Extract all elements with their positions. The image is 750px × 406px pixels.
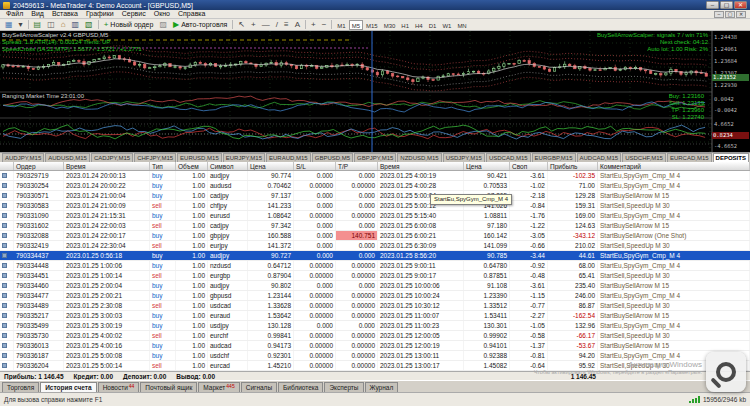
terminal-tab-4[interactable]: Маркет445 bbox=[198, 382, 239, 392]
chart-tab-usdchf-m15[interactable]: USDCHF,M15 bbox=[622, 153, 666, 162]
table-row[interactable]: 7903361872023.01.25 5:00:08buy1.00usdchf… bbox=[0, 351, 750, 361]
cursor-icon[interactable]: ↖ bbox=[235, 19, 248, 30]
column-header-3[interactable]: Тип bbox=[150, 162, 176, 170]
terminal-tab-8[interactable]: Журнал bbox=[365, 382, 399, 392]
table-row[interactable]: 7903344372023.01.25 0:56:18buy1.00audjpy… bbox=[0, 251, 750, 261]
column-header-13[interactable]: Комментарий bbox=[598, 162, 750, 170]
table-row[interactable]: 7903344482023.01.25 1:00:06buy1.00nzdusd… bbox=[0, 261, 750, 271]
close-button[interactable]: ✕ bbox=[734, 1, 747, 9]
table-row[interactable]: 7903305832023.01.24 21:00:09sell1.00chfj… bbox=[0, 201, 750, 211]
zoom-in-icon[interactable]: + bbox=[308, 19, 319, 30]
column-header-7[interactable]: S/L bbox=[294, 162, 336, 170]
autotrade-button[interactable]: ▶Авто-торговля bbox=[170, 19, 230, 30]
table-row[interactable]: 7903324192023.01.24 22:30:04sell1.00eurj… bbox=[0, 241, 750, 251]
minimize-button[interactable]: – bbox=[706, 1, 719, 9]
text-label-icon[interactable]: A bbox=[292, 19, 303, 30]
mdi-minimize-button[interactable]: – bbox=[714, 11, 724, 18]
menu-item-1[interactable]: Вид bbox=[27, 10, 48, 18]
column-header-10[interactable]: Цена bbox=[464, 162, 510, 170]
terminal-tab-7[interactable]: Эксперты bbox=[324, 382, 363, 392]
timeframe-m5[interactable]: M5 bbox=[349, 20, 363, 30]
metaeditor-icon[interactable]: ▨ bbox=[156, 19, 170, 30]
trendline-icon[interactable]: / bbox=[273, 19, 281, 30]
table-row[interactable]: 7903344602023.01.25 2:00:04buy1.00audjpy… bbox=[0, 281, 750, 291]
chart-tab-eurcad-m15[interactable]: EURCAD,M15 bbox=[667, 153, 712, 162]
table-row[interactable]: 7903357302023.01.25 4:00:02sell1.00eurch… bbox=[0, 331, 750, 341]
navigator-icon[interactable]: ⌂ bbox=[58, 19, 69, 30]
menu-item-3[interactable]: Графики bbox=[82, 10, 118, 18]
timeframe-m15[interactable]: M15 bbox=[363, 20, 381, 30]
chart-tab-euraud-m15[interactable]: EURAUD,M15 bbox=[266, 153, 311, 162]
timeframe-w1[interactable]: W1 bbox=[439, 20, 454, 30]
menu-item-0[interactable]: Файл bbox=[2, 10, 27, 18]
timeframe-mn[interactable]: MN bbox=[454, 20, 469, 30]
menu-item-5[interactable]: Окно bbox=[150, 10, 174, 18]
table-row[interactable]: 7903310902023.01.24 21:15:31buy1.00eurus… bbox=[0, 211, 750, 221]
zoom-overlay-button[interactable] bbox=[706, 352, 746, 392]
crosshair-icon[interactable]: + bbox=[248, 19, 259, 30]
chart-tab-cadjpy-m15[interactable]: CADJPY,M15 bbox=[91, 153, 133, 162]
new-order-button[interactable]: +Новый ордер bbox=[101, 19, 157, 30]
terminal-tab-3[interactable]: Почтовый ящик bbox=[140, 382, 197, 392]
table-row[interactable]: 7903302542023.01.24 20:00:22buy1.00audus… bbox=[0, 181, 750, 191]
table-row[interactable]: 7903344772023.01.25 2:00:21buy1.00gbpusd… bbox=[0, 291, 750, 301]
fibo-icon[interactable]: ≡ bbox=[281, 19, 292, 30]
table-row[interactable]: 7903344512023.01.25 1:00:14sell1.00eurgb… bbox=[0, 271, 750, 281]
chart-tab-gbpusd-m5[interactable]: GBPUSD,M5 bbox=[312, 153, 353, 162]
chart-tab-deposits[interactable]: DEPOSITS bbox=[713, 153, 749, 162]
column-header-8[interactable]: T/P bbox=[336, 162, 378, 170]
column-header-6[interactable]: Цена bbox=[248, 162, 294, 170]
market-watch-icon[interactable]: ▤ bbox=[31, 19, 45, 30]
terminal-icon[interactable]: ▥ bbox=[69, 19, 83, 30]
terminal-tab-2[interactable]: Новости44 bbox=[98, 382, 140, 392]
timeframe-h1[interactable]: H1 bbox=[398, 20, 412, 30]
chart-tab-chfjpy-m15[interactable]: CHFJPY,M15 bbox=[134, 153, 176, 162]
timeframe-d1[interactable]: D1 bbox=[426, 20, 440, 30]
column-header-4[interactable]: Объем bbox=[176, 162, 208, 170]
table-row[interactable]: 7903320882023.01.24 22:00:17buy1.00gbpjp… bbox=[0, 231, 750, 241]
chart-tab-usdjpy-m15[interactable]: USDJPY,M15 bbox=[443, 153, 485, 162]
timeframe-m1[interactable]: M1 bbox=[334, 20, 348, 30]
column-header-9[interactable]: Время bbox=[378, 162, 464, 170]
terminal-tab-1[interactable]: История счета bbox=[40, 382, 96, 392]
chart-tab-usdcad-m15[interactable]: USDCAD,M15 bbox=[486, 153, 531, 162]
timeframe-h4[interactable]: H4 bbox=[412, 20, 426, 30]
column-header-5[interactable]: Символ bbox=[208, 162, 248, 170]
menu-item-6[interactable]: Справка bbox=[174, 10, 209, 18]
terminal-tab-0[interactable]: Торговля bbox=[2, 382, 39, 392]
chart-tab-audusd-m15[interactable]: AUDUSD,M15 bbox=[45, 153, 90, 162]
new-chart-icon[interactable]: ▦ bbox=[2, 19, 16, 30]
column-header-11[interactable]: Своп bbox=[510, 162, 548, 170]
table-row[interactable]: 7903344892023.01.25 2:30:08sell1.00usdca… bbox=[0, 301, 750, 311]
chart-tab-eurusd-m15[interactable]: EURUSD,M15 bbox=[177, 153, 222, 162]
column-header-2[interactable]: Время bbox=[64, 162, 150, 170]
table-row[interactable]: 7903360132023.01.25 4:00:16buy1.00audcad… bbox=[0, 341, 750, 351]
data-window-icon[interactable]: ◫ bbox=[44, 19, 58, 30]
chart-tab-eurgbp-m15[interactable]: EURGBP,M15 bbox=[532, 153, 576, 162]
maximize-button[interactable]: ▢ bbox=[720, 1, 733, 9]
zoom-out-icon[interactable]: − bbox=[319, 19, 330, 30]
chart-canvas[interactable] bbox=[0, 31, 750, 152]
column-header-0[interactable] bbox=[0, 162, 14, 170]
timeframe-m30[interactable]: M30 bbox=[381, 20, 399, 30]
table-row[interactable]: 7903362042023.01.25 5:00:14sell1.00eurca… bbox=[0, 361, 750, 371]
menu-item-2[interactable]: Вставка bbox=[48, 10, 82, 18]
chart-tab-nzdusd-m15[interactable]: NZDUSD,M15 bbox=[397, 153, 441, 162]
table-row[interactable]: 7903316022023.01.24 22:00:03sell1.00cadj… bbox=[0, 221, 750, 231]
table-row[interactable]: 7903354992023.01.25 3:00:19buy1.00usdjpy… bbox=[0, 321, 750, 331]
table-row[interactable]: 7903352172023.01.25 3:00:03buy1.00euraud… bbox=[0, 311, 750, 321]
hline-icon[interactable]: — bbox=[259, 19, 273, 30]
title-bar[interactable]: 20459613 - MetaTrader 4: Demo Account - … bbox=[0, 0, 750, 10]
table-row[interactable]: 7903297192023.01.24 20:00:13buy1.00audjp… bbox=[0, 171, 750, 181]
table-row[interactable]: 7903305712023.01.24 21:00:04buy1.00cadjp… bbox=[0, 191, 750, 201]
profiles-icon[interactable]: ▾ bbox=[16, 19, 26, 30]
column-header-12[interactable]: Прибыль bbox=[548, 162, 598, 170]
chart-tab-audcad-m15[interactable]: AUDCAD,M15 bbox=[577, 153, 622, 162]
terminal-tab-5[interactable]: Сигналы bbox=[241, 382, 277, 392]
mdi-close-button[interactable]: ✕ bbox=[736, 11, 746, 18]
chart-area[interactable]: BuySellArrowScalper v2.4 GBPUSD,M5 Sprea… bbox=[0, 31, 750, 152]
terminal-tab-6[interactable]: Библиотека bbox=[278, 382, 323, 392]
strategy-tester-icon[interactable]: ▧ bbox=[82, 19, 96, 30]
menu-item-4[interactable]: Сервис bbox=[118, 10, 150, 18]
chart-tab-eurjpy-m15[interactable]: EURJPY,M15 bbox=[223, 153, 265, 162]
